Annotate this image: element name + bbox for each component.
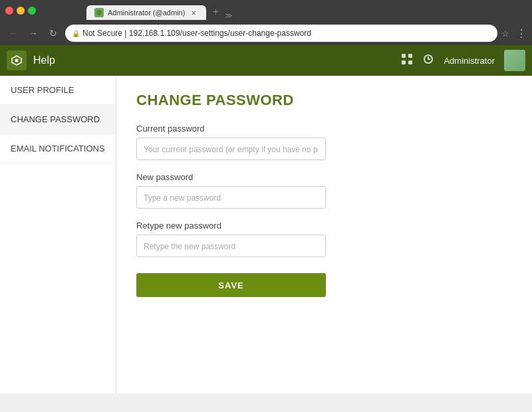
forward-button[interactable]: → (25, 25, 41, 41)
sidebar-item-change-password[interactable]: CHANGE PASSWORD (0, 105, 116, 134)
retype-password-group: Retype new password (136, 221, 512, 257)
current-password-group: Current password (136, 124, 512, 160)
nav-right: Administrator (401, 50, 525, 71)
svg-point-2 (15, 59, 19, 62)
refresh-button[interactable]: ↻ (45, 25, 61, 41)
address-bar[interactable]: 🔒 Not Secure | 192.168.1.109/user-settin… (65, 25, 497, 42)
current-password-input[interactable] (136, 138, 326, 160)
back-button[interactable]: ← (5, 25, 21, 41)
sidebar: USER PROFILE CHANGE PASSWORD EMAIL NOTIF… (0, 76, 116, 393)
new-password-input[interactable] (136, 186, 326, 209)
user-avatar[interactable] (504, 50, 525, 71)
avatar-image (504, 50, 525, 71)
new-tab-button[interactable]: + (207, 4, 223, 20)
app-logo (7, 51, 27, 70)
security-icon: 🔒 (72, 30, 80, 37)
retype-password-input[interactable] (136, 235, 326, 257)
tab-title: Administrator (@admin) (108, 9, 185, 17)
page-title: CHANGE PASSWORD (136, 92, 512, 109)
maximize-button[interactable] (28, 7, 36, 15)
bookmark-button[interactable]: ☆ (501, 29, 509, 39)
nav-username: Administrator (444, 56, 495, 66)
tab-favicon (94, 8, 104, 17)
svg-rect-3 (402, 54, 406, 58)
close-button[interactable] (5, 7, 13, 15)
svg-point-0 (96, 10, 102, 15)
svg-rect-4 (408, 54, 412, 58)
svg-rect-6 (408, 60, 412, 64)
retype-password-label: Retype new password (136, 221, 512, 231)
main-content: USER PROFILE CHANGE PASSWORD EMAIL NOTIF… (0, 76, 532, 393)
nav-help-label: Help (33, 54, 401, 66)
save-button[interactable]: SAVE (136, 273, 326, 297)
new-password-group: New password (136, 172, 512, 209)
sidebar-item-user-profile[interactable]: USER PROFILE (0, 76, 116, 105)
refresh-nav-icon[interactable] (422, 53, 434, 68)
top-navbar: Help Administrator (0, 45, 532, 76)
more-tabs-icon: ≫ (225, 11, 233, 20)
page-content: CHANGE PASSWORD Current password New pas… (116, 76, 532, 393)
svg-rect-5 (402, 60, 406, 64)
browser-tab[interactable]: Administrator (@admin) ✕ (86, 5, 206, 20)
sidebar-item-email-notifications[interactable]: EMAIL NOTIFICATIONS (0, 134, 116, 163)
url-text: Not Secure | 192.168.1.109/user-settings… (82, 29, 491, 38)
minimize-button[interactable] (17, 7, 25, 15)
tab-close-button[interactable]: ✕ (189, 8, 198, 17)
new-password-label: New password (136, 172, 512, 182)
current-password-label: Current password (136, 124, 512, 134)
menu-button[interactable]: ⋮ (516, 27, 527, 40)
grid-icon[interactable] (401, 53, 413, 68)
